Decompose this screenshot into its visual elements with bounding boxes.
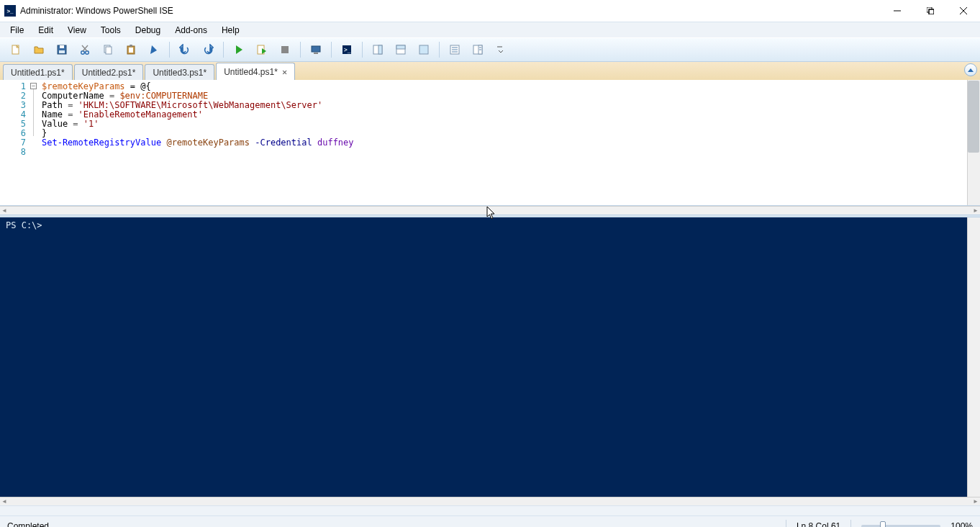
redo-button[interactable] <box>198 40 218 59</box>
toolbar-separator <box>439 42 440 58</box>
collapse-script-pane-icon[interactable] <box>964 63 977 76</box>
fold-guide <box>33 99 39 108</box>
window-title: Administrator: Windows PowerShell ISE <box>20 6 173 16</box>
svg-text:>_: >_ <box>344 47 351 53</box>
code-token: Value <box>42 119 73 129</box>
code-token: $env:COMPUTERNAME <box>119 91 208 101</box>
layout-top-button[interactable] <box>391 40 411 59</box>
secondary-status-strip <box>0 505 980 515</box>
editor-vertical-scrollbar[interactable] <box>967 80 980 205</box>
menu-item-view[interactable]: View <box>60 24 94 37</box>
scrollbar-thumb[interactable] <box>968 81 979 153</box>
save-file-button[interactable] <box>52 40 72 59</box>
title-bar: Administrator: Windows PowerShell ISE <box>0 0 980 22</box>
code-line[interactable]: Name = 'EnableRemoteManagement' <box>42 110 967 120</box>
undo-button[interactable] <box>175 40 195 59</box>
svg-rect-28 <box>396 45 405 49</box>
status-divider <box>850 520 851 528</box>
code-folding-column[interactable]: − <box>30 80 39 205</box>
minimize-button[interactable] <box>881 0 914 22</box>
code-token: ComputerName <box>42 91 109 101</box>
menu-bar: FileEditViewToolsDebugAdd-onsHelp <box>0 22 980 37</box>
script-editor[interactable]: 12345678 − $remoteKeyParams = @{Computer… <box>0 80 980 206</box>
svg-rect-8 <box>60 45 64 48</box>
svg-rect-17 <box>129 48 133 53</box>
tab-label: Untitled2.ps1* <box>82 68 136 78</box>
menu-item-tools[interactable]: Tools <box>94 24 128 37</box>
svg-line-12 <box>83 45 88 51</box>
run-ps-button[interactable] <box>144 40 164 59</box>
svg-rect-2 <box>929 9 934 14</box>
script-tab[interactable]: Untitled4.ps1*✕ <box>216 63 295 80</box>
layout-script-right-button[interactable] <box>368 40 388 59</box>
run-selection-button[interactable] <box>252 40 272 59</box>
code-token: = <box>73 119 78 129</box>
code-token <box>73 109 78 120</box>
menu-item-addons[interactable]: Add-ons <box>168 24 214 37</box>
code-token <box>73 100 78 110</box>
script-tab[interactable]: Untitled1.ps1* <box>3 64 73 80</box>
editor-horizontal-scrollbar[interactable]: ◄► <box>0 206 980 215</box>
console-horizontal-scrollbar[interactable]: ◄► <box>0 497 980 505</box>
copy-button[interactable] <box>98 40 118 59</box>
cursor-position: Ln 8 Col 61 <box>797 521 840 528</box>
show-toolbox-button[interactable] <box>468 40 488 59</box>
remote-button[interactable] <box>306 40 326 59</box>
paste-button[interactable] <box>121 40 141 59</box>
app-icon <box>4 5 16 17</box>
code-token: @remoteKeyParams <box>166 138 250 148</box>
ps-console-button[interactable]: >_ <box>337 40 357 59</box>
maximize-button[interactable] <box>914 0 947 22</box>
zoom-slider[interactable] <box>861 525 940 528</box>
tab-label: Untitled4.ps1* <box>224 67 278 77</box>
close-button[interactable] <box>947 0 980 22</box>
zoom-slider-thumb[interactable] <box>880 521 886 528</box>
cut-button[interactable] <box>75 40 95 59</box>
svg-point-11 <box>86 51 89 55</box>
svg-rect-15 <box>106 47 112 54</box>
console-pane[interactable]: PS C:\> <box>0 217 967 497</box>
script-tab[interactable]: Untitled3.ps1* <box>145 64 214 80</box>
code-token: Path <box>42 100 68 110</box>
menu-item-help[interactable]: Help <box>214 24 247 37</box>
stop-button[interactable] <box>275 40 295 59</box>
script-tab[interactable]: Untitled2.ps1* <box>74 64 144 80</box>
code-token: 'EnableRemoteManagement' <box>78 109 203 120</box>
window-controls <box>881 0 980 22</box>
code-line[interactable]: Set-RemoteRegistryValue @remoteKeyParams… <box>42 138 967 148</box>
svg-line-13 <box>82 45 87 51</box>
code-token: duffney <box>317 138 354 148</box>
console-prompt: PS C:\> <box>6 220 42 230</box>
menu-item-edit[interactable]: Edit <box>31 24 60 37</box>
fold-toggle-icon[interactable]: − <box>30 83 37 89</box>
svg-rect-18 <box>130 45 132 47</box>
close-tab-icon[interactable]: ✕ <box>282 67 287 77</box>
tab-label: Untitled3.ps1* <box>153 68 207 78</box>
tab-label: Untitled1.ps1* <box>11 68 65 78</box>
svg-rect-22 <box>314 53 318 54</box>
code-line[interactable]: Value = '1' <box>42 120 967 129</box>
code-area[interactable]: $remoteKeyParams = @{ComputerName = $env… <box>39 80 967 205</box>
code-token: -Credential <box>255 138 312 148</box>
svg-rect-29 <box>419 45 428 54</box>
status-bar: Completed Ln 8 Col 61 100% <box>0 515 980 527</box>
fold-guide <box>33 89 39 99</box>
show-commands-button[interactable] <box>445 40 465 59</box>
toolbar-separator <box>331 42 332 58</box>
menu-item-debug[interactable]: Debug <box>128 24 168 37</box>
code-token: Name <box>42 109 68 120</box>
status-divider <box>786 520 786 528</box>
toolbar-separator <box>223 42 224 58</box>
run-script-button[interactable] <box>229 40 249 59</box>
overflow-button[interactable] <box>491 40 511 59</box>
layout-full-button[interactable] <box>414 40 434 59</box>
new-file-button[interactable] <box>6 40 26 59</box>
svg-point-10 <box>81 51 85 55</box>
fold-guide <box>33 127 39 136</box>
svg-rect-9 <box>59 50 65 53</box>
open-file-button[interactable] <box>29 40 49 59</box>
toolbar-separator <box>362 42 363 58</box>
menu-item-file[interactable]: File <box>3 24 31 37</box>
console-pane-wrap: PS C:\> <box>0 217 980 497</box>
console-vertical-scrollbar[interactable] <box>967 217 980 497</box>
